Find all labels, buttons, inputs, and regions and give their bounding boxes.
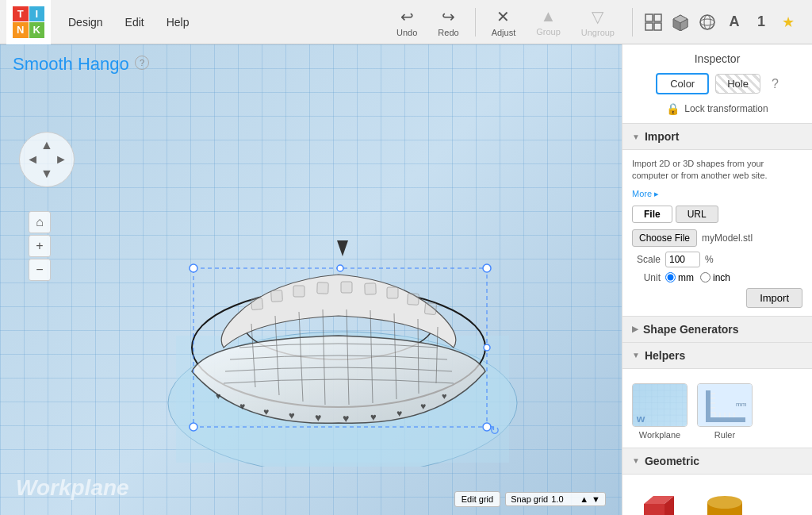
unit-row: Unit mm inch — [632, 272, 802, 283]
svg-point-47 — [483, 264, 491, 272]
star-view-icon[interactable]: ★ — [777, 11, 799, 33]
toolbar-divider-1 — [475, 8, 476, 37]
menu-edit[interactable]: Edit — [114, 10, 155, 35]
import-btn-row: Import — [632, 288, 802, 308]
menu-help[interactable]: Help — [155, 10, 201, 35]
choose-file-button[interactable]: Choose File — [632, 229, 697, 247]
scale-row: Scale % — [632, 252, 802, 267]
grid-view-icon[interactable] — [642, 11, 665, 33]
zoom-in-button[interactable]: + — [29, 235, 51, 257]
text-view-icon[interactable]: A — [723, 11, 745, 33]
ungroup-button[interactable]: ▽ Ungroup — [573, 4, 622, 40]
logo-cell-t: T — [13, 6, 29, 22]
workplane-label-text: Workplane — [639, 430, 680, 440]
svg-point-73 — [707, 496, 742, 509]
svg-rect-36 — [317, 282, 328, 293]
inspector-panel: Inspector Color Hole ? 🔒 Lock transforma… — [622, 44, 812, 124]
svg-text:mm: mm — [736, 401, 747, 408]
svg-text:w: w — [636, 413, 645, 425]
file-tab[interactable]: File — [632, 206, 672, 223]
file-name-label: myModel.stl — [702, 233, 753, 244]
unit-mm-label: mm — [678, 272, 694, 283]
snap-stepper-up[interactable]: ▲ — [580, 494, 588, 504]
canvas-area[interactable]: Smooth Hango ? ▲ ◄ ► ▼ ⌂ + − — [0, 44, 622, 515]
scale-input[interactable] — [665, 252, 700, 267]
svg-rect-35 — [293, 286, 304, 297]
svg-rect-33 — [251, 298, 262, 309]
zoom-out-button[interactable]: − — [29, 259, 51, 281]
toolbar-divider-2 — [632, 8, 633, 37]
svg-text:♥: ♥ — [396, 408, 402, 419]
shape-gen-arrow-icon: ▶ — [632, 325, 638, 333]
main-content: Smooth Hango ? ▲ ◄ ► ▼ ⌂ + − — [0, 44, 812, 515]
svg-point-44 — [190, 423, 197, 431]
shape-generators-header[interactable]: ▶ Shape Generators — [622, 317, 812, 342]
helpers-items: w Workplane — [632, 383, 802, 440]
svg-text:♥: ♥ — [216, 391, 221, 401]
helpers-content: w Workplane — [622, 369, 812, 448]
box-shape[interactable]: Box — [632, 489, 688, 515]
svg-point-9 — [704, 15, 710, 29]
geometric-header[interactable]: ▼ Geometric — [622, 448, 812, 475]
lock-icon: 🔒 — [666, 102, 680, 115]
redo-icon: ↪ — [442, 7, 455, 26]
svg-point-48 — [337, 265, 343, 271]
edit-grid-button[interactable]: Edit grid — [454, 491, 500, 507]
svg-marker-42 — [337, 240, 348, 256]
sphere-view-icon[interactable] — [696, 11, 718, 33]
unit-mm-radio[interactable] — [665, 272, 676, 282]
svg-text:♥: ♥ — [343, 412, 349, 425]
helpers-title: Helpers — [645, 349, 685, 362]
svg-rect-37 — [341, 282, 352, 293]
svg-text:♥: ♥ — [370, 411, 377, 423]
svg-text:♥: ♥ — [315, 411, 321, 424]
redo-button[interactable]: ↪ Redo — [430, 4, 466, 40]
svg-marker-69 — [644, 504, 665, 515]
snap-grid-control[interactable]: Snap grid ▲ ▼ — [505, 492, 606, 506]
group-button[interactable]: ▲ Group — [528, 4, 569, 40]
import-button[interactable]: Import — [746, 288, 802, 308]
menu-bar: T I N K Design Edit Help ↩ Undo ↪ Redo ✕… — [0, 0, 812, 44]
unit-inch-radio[interactable] — [700, 272, 710, 282]
snap-grid-input[interactable] — [551, 494, 576, 504]
color-button[interactable]: Color — [656, 73, 709, 94]
unit-mm-option[interactable]: mm — [665, 272, 694, 283]
home-icon[interactable]: ⌂ — [29, 211, 51, 233]
model-container: ♥ ♥ ♥ ♥ ♥ ♥ ♥ ♥ ♥ ♥ — [63, 124, 622, 467]
logo[interactable]: T I N K — [6, 0, 51, 44]
import-section-header[interactable]: ▼ Import — [622, 124, 812, 150]
ruler-helper[interactable]: mm Ruler — [697, 383, 753, 440]
lock-row: 🔒 Lock transformation — [632, 102, 802, 115]
svg-point-46 — [190, 264, 197, 272]
hole-button[interactable]: Hole — [715, 74, 760, 94]
inspector-buttons: Color Hole ? — [632, 73, 802, 94]
zoom-controls: ⌂ + − — [29, 211, 51, 281]
snap-stepper-down[interactable]: ▼ — [592, 494, 600, 504]
logo-cell-i: I — [29, 6, 45, 22]
workplane-helper[interactable]: w Workplane — [632, 383, 688, 440]
canvas-help-icon[interactable]: ? — [135, 56, 149, 70]
shape-generators-title: Shape Generators — [643, 323, 739, 336]
shape-generators-section: ▶ Shape Generators — [622, 317, 812, 343]
svg-text:♥: ♥ — [289, 409, 295, 421]
right-panel: Inspector Color Hole ? 🔒 Lock transforma… — [622, 44, 812, 515]
project-title: Smooth Hango — [13, 54, 129, 75]
more-link[interactable]: More ▸ — [632, 189, 802, 199]
url-tab[interactable]: URL — [676, 206, 718, 223]
logo-cell-n: N — [13, 22, 29, 38]
helpers-header[interactable]: ▼ Helpers — [622, 343, 812, 369]
box-icon — [632, 489, 688, 515]
menu-design[interactable]: Design — [57, 10, 114, 35]
ungroup-icon: ▽ — [592, 7, 603, 26]
adjust-icon: ✕ — [496, 7, 510, 26]
adjust-button[interactable]: ✕ Adjust — [484, 4, 524, 40]
cylinder-shape[interactable]: Cylinder — [697, 489, 753, 515]
inspector-help-icon[interactable]: ? — [772, 77, 779, 91]
unit-inch-option[interactable]: inch — [700, 272, 730, 283]
cube-view-icon[interactable] — [669, 11, 691, 33]
import-section: Import 2D or 3D shapes from your compute… — [622, 150, 812, 317]
number-view-icon[interactable]: 1 — [750, 11, 772, 33]
svg-text:♥: ♥ — [239, 401, 245, 412]
workplane-label: Workplane — [16, 475, 129, 501]
undo-button[interactable]: ↩ Undo — [389, 4, 425, 40]
